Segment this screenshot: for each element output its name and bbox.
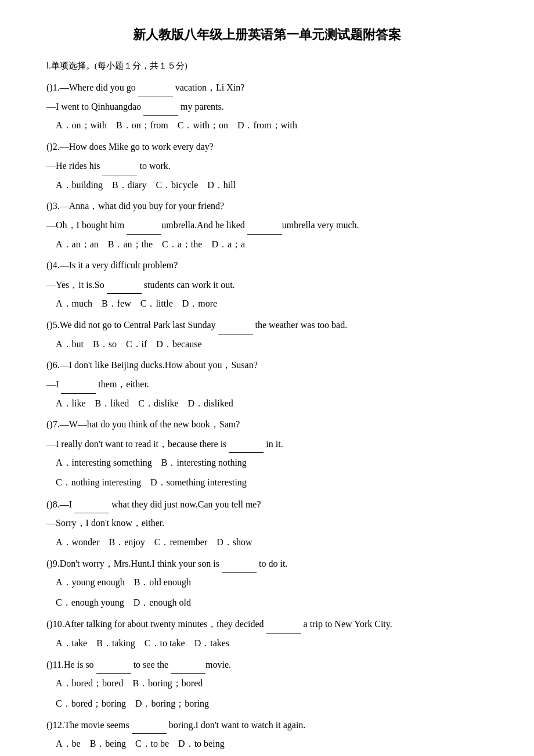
q6-options: A．like B．liked C．dislike D．disliked <box>46 395 488 412</box>
q12-options: A．be B．being C．to be D．to being <box>46 735 488 753</box>
question-12: ()12.The movie seems boring.I don't want… <box>46 716 488 753</box>
blank <box>61 375 96 393</box>
question-7: ()7.—W—hat do you think of the new book，… <box>46 416 488 492</box>
q4-line2: —Yes，it is.So students can work it out. <box>46 276 488 294</box>
q9-line1: ()9.Don't worry，Mrs.Hunt.I think your so… <box>46 555 488 573</box>
blank <box>96 656 131 674</box>
question-5: ()5.We did not go to Central Park last S… <box>46 316 488 353</box>
blank <box>138 78 173 96</box>
q6-line1: ()6.—I don't like Beijing ducks.How abou… <box>46 357 488 374</box>
q1-line1: ()1.—Where did you go vacation，Li Xin? <box>46 78 488 96</box>
section1: Ⅰ.单项选择。(每小题１分，共１５分) ()1.—Where did you g… <box>46 58 488 756</box>
question-3: ()3.—Anna，what did you buy for your frie… <box>46 197 488 253</box>
blank <box>222 555 257 573</box>
blank <box>127 216 161 234</box>
q3-options: A．an；an B．an；the C．a；the D．a；a <box>46 236 488 253</box>
page-title: 新人教版八年级上册英语第一单元测试题附答案 <box>46 23 488 46</box>
q3-line1: ()3.—Anna，what did you buy for your frie… <box>46 197 488 215</box>
q7-line1: ()7.—W—hat do you think of the new book，… <box>46 416 488 433</box>
q2-line2: —He rides his to work. <box>46 157 488 175</box>
q9-options-b: C．enough young D．enough old <box>46 594 488 611</box>
q2-options: A．building B．diary C．bicycle D．hill <box>46 177 488 194</box>
q7-options-a: A．interesting something B．interesting no… <box>46 454 488 471</box>
question-9: ()9.Don't worry，Mrs.Hunt.I think your so… <box>46 555 488 611</box>
q1-line2: —I went to Qinhuangdao my parents. <box>46 98 488 116</box>
q8-options: A．wonder B．enjoy C．remember D．show <box>46 534 488 551</box>
q5-options: A．but B．so C．if D．because <box>46 336 488 353</box>
q9-options-a: A．young enough B．old enough <box>46 574 488 591</box>
q10-options: A．take B．taking C．to take D．takes <box>46 635 488 652</box>
q8-line1: ()8.—I what they did just now.Can you te… <box>46 495 488 513</box>
question-8: ()8.—I what they did just now.Can you te… <box>46 495 488 551</box>
q1-options: A．on；with B．on；from C．with；on D．from；wit… <box>46 117 488 134</box>
q11-options-a: A．bored；bored B．boring；bored <box>46 675 488 692</box>
q4-line1: ()4.—Is it a very difficult problem? <box>46 257 488 274</box>
q3-line2: —Oh，I bought him umbrella.And he liked u… <box>46 216 488 234</box>
q5-line1: ()5.We did not go to Central Park last S… <box>46 316 488 334</box>
q8-line2: —Sorry，I don't know，either. <box>46 514 488 532</box>
blank <box>171 656 205 674</box>
section1-header: Ⅰ.单项选择。(每小题１分，共１５分) <box>46 58 488 74</box>
question-6: ()6.—I don't like Beijing ducks.How abou… <box>46 357 488 412</box>
q11-line1: ()11.He is so to see the movie. <box>46 656 488 674</box>
q4-options: A．much B．few C．little D．more <box>46 295 488 312</box>
question-1: ()1.—Where did you go vacation，Li Xin? —… <box>46 78 488 135</box>
blank <box>107 276 142 294</box>
blank <box>266 615 301 633</box>
q7-options-b: C．nothing interesting D．something intere… <box>46 474 488 491</box>
blank <box>143 98 178 116</box>
question-4: ()4.—Is it a very difficult problem? —Ye… <box>46 257 488 312</box>
q7-line2: —I really don't want to read it，because … <box>46 435 488 453</box>
q11-options-b: C．bored；boring D．boring；boring <box>46 695 488 712</box>
blank <box>132 716 167 734</box>
q12-line1: ()12.The movie seems boring.I don't want… <box>46 716 488 734</box>
question-11: ()11.He is so to see the movie. A．bored；… <box>46 656 488 712</box>
q6-line2: —I them，either. <box>46 375 488 393</box>
blank <box>74 495 109 513</box>
q10-line1: ()10.After talking for about twenty minu… <box>46 615 488 633</box>
blank <box>218 316 253 334</box>
q2-line1: ()2.—How does Mike go to work every day? <box>46 138 488 156</box>
question-10: ()10.After talking for about twenty minu… <box>46 615 488 652</box>
question-2: ()2.—How does Mike go to work every day?… <box>46 138 488 194</box>
blank <box>102 157 137 175</box>
blank <box>229 435 264 453</box>
blank <box>247 216 282 234</box>
